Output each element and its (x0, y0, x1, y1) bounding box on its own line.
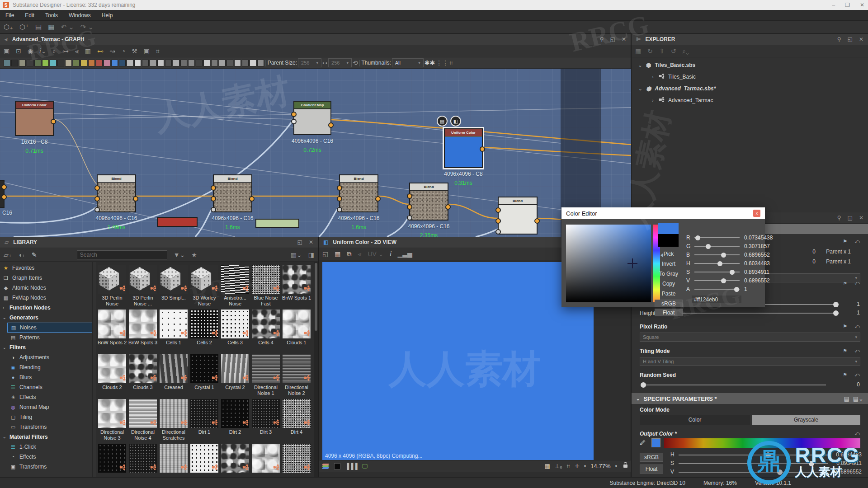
function-reset-icons[interactable]: ⚑⤺ (843, 239, 860, 244)
library-tree-noises[interactable]: ▨Noises (7, 323, 92, 333)
item-thumbnail[interactable] (252, 310, 280, 338)
library-item[interactable] (158, 444, 189, 477)
node-palette-swatch[interactable] (34, 60, 41, 66)
background-swatch[interactable] (334, 463, 340, 469)
columns-icon[interactable]: ▐▐▐ (345, 463, 358, 469)
chevron-icon[interactable]: › (651, 75, 655, 80)
library-item-3d-simpl-[interactable]: 3D Simpl... (158, 265, 189, 308)
random-seed-slider[interactable] (642, 385, 826, 385)
library-tree-transforms[interactable]: ▣Transforms (7, 462, 92, 472)
input-dot[interactable] (407, 215, 412, 221)
node-palette-swatch[interactable] (165, 60, 172, 66)
library-tree-adjustments[interactable]: ◑Adjustments (7, 352, 92, 362)
frame-icon[interactable]: ⌗ (156, 47, 160, 55)
export-preset-icon[interactable]: ▤⌄ (853, 395, 863, 402)
input-dot[interactable] (337, 196, 342, 202)
library-item-bnw-spots-2[interactable]: BnW Spots 2 (97, 310, 127, 352)
image-box-icon[interactable]: ▣ (144, 47, 150, 55)
chevron-icon[interactable]: › (651, 98, 655, 103)
reset-icon[interactable]: ⤺ (854, 431, 860, 436)
new-substance-icon[interactable]: ⬡₊ (4, 23, 13, 31)
parent-size-width-dropdown[interactable]: 256▾ (298, 58, 321, 67)
tile-grid-icon[interactable]: ▦ (545, 463, 550, 469)
item-thumbnail[interactable] (190, 354, 218, 383)
item-thumbnail[interactable] (98, 399, 126, 428)
library-item-directional-noise-4[interactable]: Directional Noise 4 (127, 399, 158, 442)
output-color-swatch[interactable] (651, 438, 660, 447)
graph-node-uniform-color-selected[interactable]: Uniform Color (444, 128, 483, 168)
bone-icon[interactable]: ⊷ (97, 47, 104, 55)
function-reset-icons[interactable]: ⚑⤺ (843, 348, 860, 354)
item-thumbnail[interactable] (221, 310, 249, 338)
split-icon[interactable]: ◱ (609, 36, 617, 42)
chevron-icon[interactable]: ⌄ (638, 86, 642, 91)
library-tree-blending[interactable]: ◉Blending (7, 362, 92, 372)
new-item-icon[interactable]: ◖₊ (18, 251, 25, 258)
ruler-icon[interactable]: ⊥₀ (555, 463, 562, 469)
preset-icon[interactable]: ▤ (844, 395, 849, 402)
node-partial-green[interactable] (255, 219, 299, 228)
node-palette-swatch[interactable] (234, 60, 241, 66)
library-item-clouds-3[interactable]: Clouds 3 (127, 354, 158, 397)
library-item-3d-perlin-noise-[interactable]: 3D Perlin Noise ... (127, 265, 158, 308)
channels-icon[interactable] (322, 464, 330, 469)
node-pair-icon[interactable]: ✱✱ (425, 59, 435, 66)
item-thumbnail[interactable] (190, 399, 218, 428)
node-palette-swatch[interactable] (127, 60, 133, 66)
close-button[interactable]: ✕ (860, 2, 864, 8)
close-panel-icon[interactable]: ✕ (857, 215, 865, 221)
library-item-directional-noise-1[interactable]: Directional Noise 1 (250, 354, 281, 397)
library-item[interactable] (220, 444, 250, 477)
input-dot[interactable] (211, 207, 216, 212)
library-tree-patterns[interactable]: ▤Patterns (7, 333, 92, 343)
pin-icon[interactable]: ⚲ (835, 215, 843, 221)
item-thumbnail[interactable] (98, 265, 126, 294)
explorer-item-tiles-basic-sbs[interactable]: ⌄⬢Tiles_Basic.sbs (632, 59, 868, 71)
menu-file[interactable]: File (0, 10, 19, 20)
library-tree-function-nodes[interactable]: ›Function Nodes (0, 303, 92, 313)
library-item[interactable] (281, 444, 312, 477)
item-thumbnail[interactable] (283, 354, 311, 383)
item-thumbnail[interactable] (98, 310, 126, 338)
hsv-slider-v[interactable] (679, 472, 828, 473)
new-folder-icon[interactable]: ▱₊ (4, 251, 12, 258)
library-item-bnw-spots-3[interactable]: BnW Spots 3 (127, 310, 158, 352)
node-palette-swatch[interactable] (111, 60, 118, 66)
hex-value-field[interactable]: #ff124eb0 (692, 296, 741, 303)
close-panel-icon[interactable]: ✕ (857, 36, 865, 42)
item-thumbnail[interactable] (252, 354, 280, 383)
node-palette-swatch[interactable] (4, 60, 10, 66)
explorer-item-tiles-basic[interactable]: ›Tiles_Basic (632, 71, 868, 83)
tiling-mode-dropdown[interactable]: H and V Tiling▾ (640, 357, 860, 366)
library-item[interactable] (250, 444, 281, 477)
item-thumbnail[interactable] (129, 265, 157, 294)
parent-size-height-dropdown[interactable]: 256▾ (328, 58, 352, 67)
srgb-button[interactable]: sRGB (640, 453, 663, 462)
node-palette-swatch[interactable] (65, 60, 72, 66)
float-button[interactable]: Float (640, 465, 663, 474)
color-slider-h[interactable]: H0.6034483 (686, 260, 772, 267)
close-dialog-button[interactable]: x (753, 210, 760, 217)
input-dot[interactable] (407, 193, 412, 199)
color-slider-s[interactable]: S0.8934911 (686, 269, 772, 275)
input-dot[interactable] (94, 207, 100, 212)
library-item-directional-scratches[interactable]: Directional Scratches (158, 399, 189, 442)
input-dot[interactable] (94, 196, 100, 202)
close-panel-icon[interactable]: ✕ (307, 239, 315, 245)
library-tree-filters[interactable]: ⌄Filters (0, 343, 92, 352)
input-dot[interactable] (94, 185, 100, 191)
lock-icon[interactable] (623, 465, 627, 468)
node-palette-swatch[interactable] (80, 60, 87, 66)
menu-edit[interactable]: Edit (19, 10, 40, 20)
split-icon[interactable]: ◱ (846, 215, 854, 221)
pan-icon[interactable]: ✛ (575, 463, 580, 469)
library-tree-channels[interactable]: ☰Channels (7, 382, 92, 392)
library-tree-effects[interactable]: ◔Effects (7, 452, 92, 462)
info-icon[interactable]: i⌄ (39, 47, 46, 55)
item-thumbnail[interactable] (98, 444, 126, 473)
node-preview-button[interactable]: ◧ (450, 116, 461, 127)
node-palette-swatch[interactable] (96, 60, 103, 66)
node-palette-swatch[interactable] (257, 60, 264, 66)
output-color-gradient[interactable] (664, 438, 860, 448)
saturation-value-picker[interactable] (566, 225, 651, 302)
